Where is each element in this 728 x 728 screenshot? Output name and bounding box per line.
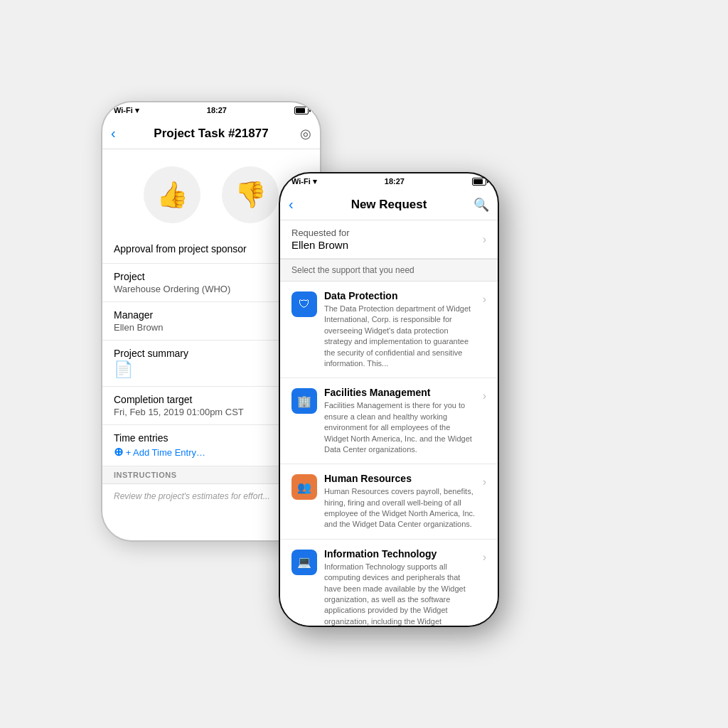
requested-for-section: Requested for Ellen Brown › bbox=[280, 220, 498, 259]
status-bar-back: Wi-Fi ▾ 18:27 bbox=[102, 102, 320, 118]
hr-title: Human Resources bbox=[324, 473, 476, 484]
it-desc: Information Technology supports all comp… bbox=[324, 562, 476, 626]
hr-icon-wrap: 👥 bbox=[291, 474, 317, 500]
hr-desc: Human Resources covers payroll, benefits… bbox=[324, 486, 476, 530]
data-protection-icon-wrap: 🛡 bbox=[291, 291, 317, 317]
it-icon-wrap: 💻 bbox=[291, 550, 317, 575]
facilities-chevron: › bbox=[483, 390, 486, 402]
thumbs-down-icon: 👎 bbox=[235, 180, 267, 210]
nav-bar-front: ‹ New Request 🔍 bbox=[280, 189, 498, 220]
requested-for-chevron: › bbox=[483, 233, 486, 246]
requested-for-label: Requested for bbox=[291, 228, 483, 238]
it-text: Information Technology Information Techn… bbox=[324, 548, 476, 626]
service-item-data-protection[interactable]: 🛡 Data Protection The Data Protection de… bbox=[280, 282, 498, 378]
scene: Wi-Fi ▾ 18:27 ‹ Project Task #21877 ◎ 👍 bbox=[44, 44, 684, 684]
service-list: 🛡 Data Protection The Data Protection de… bbox=[280, 282, 498, 626]
search-button-front[interactable]: 🔍 bbox=[468, 197, 489, 213]
it-title: Information Technology bbox=[324, 548, 476, 560]
wifi-label-back: Wi-Fi ▾ bbox=[114, 106, 139, 115]
hr-text: Human Resources Human Resources covers p… bbox=[324, 473, 476, 530]
service-item-facilities[interactable]: 🏢 Facilities Management Facilities Manag… bbox=[280, 378, 498, 464]
it-chevron: › bbox=[483, 551, 486, 564]
data-protection-icon: 🛡 bbox=[299, 298, 310, 311]
battery-front bbox=[472, 178, 486, 186]
it-icon: 💻 bbox=[297, 555, 311, 569]
facilities-icon-wrap: 🏢 bbox=[291, 388, 317, 414]
data-protection-chevron: › bbox=[483, 293, 486, 306]
eye-button-back[interactable]: ◎ bbox=[290, 126, 311, 141]
time-back: 18:27 bbox=[207, 106, 227, 114]
nav-title-back: Project Task #21877 bbox=[132, 127, 290, 141]
wifi-label-front: Wi-Fi ▾ bbox=[291, 177, 317, 186]
requested-for-inner: Requested for Ellen Brown bbox=[291, 228, 483, 251]
data-protection-desc: The Data Protection department of Widget… bbox=[324, 304, 476, 369]
nav-bar-back: ‹ Project Task #21877 ◎ bbox=[102, 118, 320, 149]
back-button-back[interactable]: ‹ bbox=[111, 125, 132, 141]
status-left-back: Wi-Fi ▾ bbox=[114, 106, 139, 115]
status-left-front: Wi-Fi ▾ bbox=[291, 177, 317, 186]
thumbs-down-button[interactable]: 👎 bbox=[222, 166, 279, 223]
back-button-front[interactable]: ‹ bbox=[289, 196, 310, 213]
requested-for-row[interactable]: Requested for Ellen Brown › bbox=[280, 220, 498, 259]
facilities-desc: Facilities Management is there for you t… bbox=[324, 400, 476, 455]
thumbs-up-icon: 👍 bbox=[156, 180, 188, 210]
battery-back bbox=[294, 107, 309, 114]
facilities-text: Facilities Management Facilities Managem… bbox=[324, 387, 476, 455]
support-header: Select the support that you need bbox=[280, 259, 498, 282]
requested-for-value: Ellen Brown bbox=[291, 239, 483, 251]
hr-icon: 👥 bbox=[297, 481, 311, 494]
time-front: 18:27 bbox=[385, 177, 405, 186]
thumbs-up-button[interactable]: 👍 bbox=[144, 166, 200, 223]
screen-content-front: Requested for Ellen Brown › Select the s… bbox=[280, 220, 498, 626]
add-time-entry-label: + Add Time Entry… bbox=[126, 447, 205, 458]
service-item-it[interactable]: 💻 Information Technology Information Tec… bbox=[280, 540, 498, 626]
nav-title-front: New Request bbox=[310, 198, 468, 212]
phone-front: Wi-Fi ▾ 18:27 ‹ New Request 🔍 Requested … bbox=[279, 172, 499, 627]
service-item-hr[interactable]: 👥 Human Resources Human Resources covers… bbox=[280, 464, 498, 540]
facilities-icon: 🏢 bbox=[297, 395, 311, 408]
status-right-front bbox=[472, 178, 486, 186]
hr-chevron: › bbox=[483, 476, 486, 488]
facilities-title: Facilities Management bbox=[324, 387, 476, 398]
data-protection-text: Data Protection The Data Protection depa… bbox=[324, 290, 476, 369]
data-protection-title: Data Protection bbox=[324, 290, 476, 301]
status-right-back bbox=[294, 107, 309, 114]
status-bar-front: Wi-Fi ▾ 18:27 bbox=[280, 173, 498, 189]
